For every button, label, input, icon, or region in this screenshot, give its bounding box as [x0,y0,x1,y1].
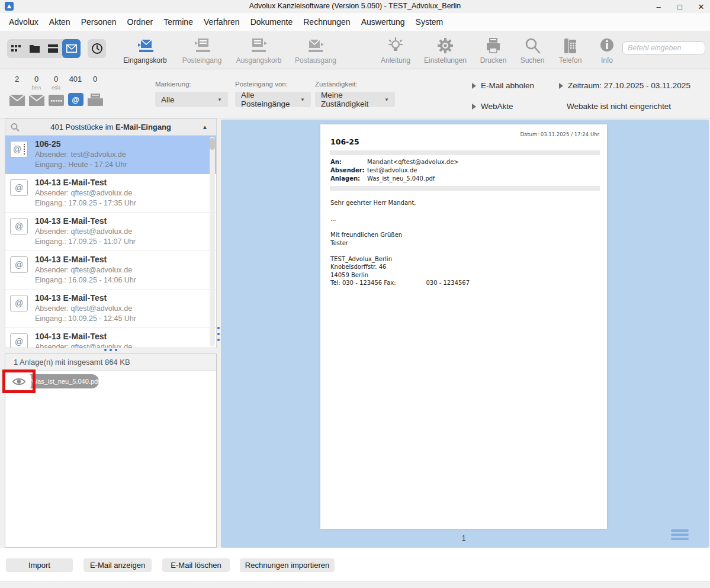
count-bea[interactable]: 0 beA [27,75,46,106]
body-line: Tester [330,239,470,248]
eingangskorb-label: Eingangskorb [123,56,166,65]
posteingang-filter: Posteingang von: Alle Posteingänge ▼ [235,81,311,107]
import-button[interactable]: Import [6,558,73,572]
search-icon[interactable] [10,123,20,132]
close-button[interactable]: ✕ [696,2,706,11]
zeitraum-action[interactable]: Zeitraum: 27.10.2025 - 03.11.2025 [559,81,690,90]
info-icon [597,36,617,56]
email-loeschen-button[interactable]: E-Mail löschen [162,558,230,572]
list-count-bold: E-Mail-Eingang [115,123,171,131]
telefon-label: Telefon [559,56,582,65]
postausgang-label: Postausgang [295,56,336,65]
main-area: 401 Poststücke im E-Mail-Eingang ▲ @ 106… [0,118,710,548]
menu-rechnungen[interactable]: Rechnungen [298,13,355,31]
suchen-button[interactable]: Suchen [514,36,551,65]
sort-arrow-icon[interactable]: ▲ [202,124,208,130]
dots-indicator-icon [24,144,25,155]
menu-dokumente[interactable]: Dokumente [245,13,298,31]
body-line: ... [330,215,470,223]
mail-item-absender: Absender: qftest@advolux.de [35,189,208,197]
list-item[interactable]: @ 104-13 E-Mail-Test Absender: qftest@ad… [5,251,216,290]
markierung-select[interactable]: Alle ▼ [155,92,228,107]
email-preview-page: Datum: 03.11.2025 / 17:24 Uhr 106-25 An:… [320,124,607,529]
folder-view-icon[interactable] [25,39,44,58]
postausgang-button[interactable]: Postausgang [287,36,344,65]
menu-system[interactable]: System [410,13,449,31]
menu-personen[interactable]: Personen [76,13,122,31]
minimize-button[interactable]: – [653,2,664,11]
markierung-label: Markierung: [155,81,228,88]
list-item[interactable]: @ 104-13 E-Mail-Test Absender: qftest@ad… [5,290,216,328]
eda-icon [49,91,64,106]
menu-advolux[interactable]: Advolux [4,13,44,31]
count-at-active[interactable]: 401 @ [66,75,85,106]
list-scrollbar[interactable] [210,137,215,346]
email-abholen-action[interactable]: E-Mail abholen [472,81,534,90]
webakte-action[interactable]: WebAkte [472,102,513,111]
scrollbar-thumb[interactable] [210,138,215,150]
menu-verfahren[interactable]: Verfahren [198,13,245,31]
menu-akten[interactable]: Akten [44,13,76,31]
chevron-down-icon: ▼ [217,97,222,102]
field-value: Was_ist_neu_5.040.pdf [367,175,435,183]
body-line: Mit freundlichen Grüßen [330,231,470,239]
einstellungen-button[interactable]: Einstellungen [418,36,473,65]
count-sublabel: eda [52,85,60,91]
play-arrow-icon [472,83,476,89]
rechnungen-importieren-button[interactable]: Rechnungen importieren [240,558,335,572]
field-label: Anlagen: [330,175,367,183]
anleitung-label: Anleitung [381,56,410,65]
menu-hamburger-icon[interactable] [671,529,689,540]
mail-item-eingang: Eingang.: 17.09.25 - 17:35 Uhr [35,199,208,207]
mail-item-absender: Absender: test@advolux.de [35,150,208,159]
posteingang-select[interactable]: Alle Posteingänge ▼ [235,92,311,107]
menu-auswertung[interactable]: Auswertung [356,13,410,31]
clock-icon[interactable] [88,39,106,58]
horizontal-splitter[interactable] [104,349,117,351]
posteingang-button[interactable]: Posteingang [174,36,230,65]
play-arrow-icon [472,104,476,110]
list-item[interactable]: @ 104-13 E-Mail-Test Absender: qftest@ad… [5,174,216,213]
webakte-status-text: Webakte ist nicht eingerichtet [567,102,671,111]
vertical-splitter[interactable] [217,327,220,341]
at-icon: @ [68,93,83,106]
ausgangskorb-label: Ausgangskorb [236,56,282,65]
mail-item-title: 104-13 E-Mail-Test [35,332,208,341]
email-at-icon: @ [10,179,28,196]
count-value: 0 [93,75,97,85]
eingangskorb-button[interactable]: Eingangskorb [117,36,174,65]
command-input[interactable] [622,41,705,54]
play-arrow-icon [559,83,563,89]
mail-item-eingang: Eingang.: 17.09.25 - 11:07 Uhr [35,237,208,246]
list-item[interactable]: @ 106-25 Absender: test@advolux.de Einga… [5,136,216,174]
doc-title: 106-25 [330,137,359,146]
list-item[interactable]: @ 104-13 E-Mail-Test Absender: qftest@ad… [5,328,216,348]
eingangskorb-icon [134,36,156,56]
body-line: Tel: 030 - 123456 Fax: 030 - 1234567 [330,279,470,287]
count-email[interactable]: 2 [7,75,27,106]
page-number: 1 [320,534,607,542]
anleitung-button[interactable]: Anleitung [373,36,418,65]
ausgangskorb-button[interactable]: Ausgangskorb [230,36,287,65]
window-view-icon[interactable] [44,39,62,58]
email-anzeigen-button[interactable]: E-Mail anzeigen [83,558,152,572]
list-item[interactable]: @ 104-13 E-Mail-Test Absender: qftest@ad… [5,213,216,251]
info-button[interactable]: Info [590,36,624,65]
email-at-icon: @ [10,218,28,234]
mail-list-header[interactable]: 401 Poststücke im E-Mail-Eingang ▲ [5,119,216,136]
menu-termine[interactable]: Termine [158,13,198,31]
count-fax[interactable]: 0 [85,75,105,106]
telefon-button[interactable]: Telefon [551,36,590,65]
einstellungen-label: Einstellungen [424,56,467,65]
count-eda[interactable]: 0 eda [46,75,66,106]
menu-ordner[interactable]: Ordner [122,13,159,31]
body-line [330,223,470,232]
mail-item-title: 104-13 E-Mail-Test [35,178,208,187]
field-value: Mandant<qftest@advolux.de> [367,158,459,166]
zustaendigkeit-select[interactable]: Meine Zuständigkeit ▼ [315,92,395,107]
drucken-button[interactable]: Drucken [473,36,514,65]
count-sublabel: beA [31,85,41,91]
mail-view-icon[interactable] [62,39,81,58]
maximize-button[interactable]: □ [674,2,685,11]
modules-view-icon[interactable] [7,39,25,58]
